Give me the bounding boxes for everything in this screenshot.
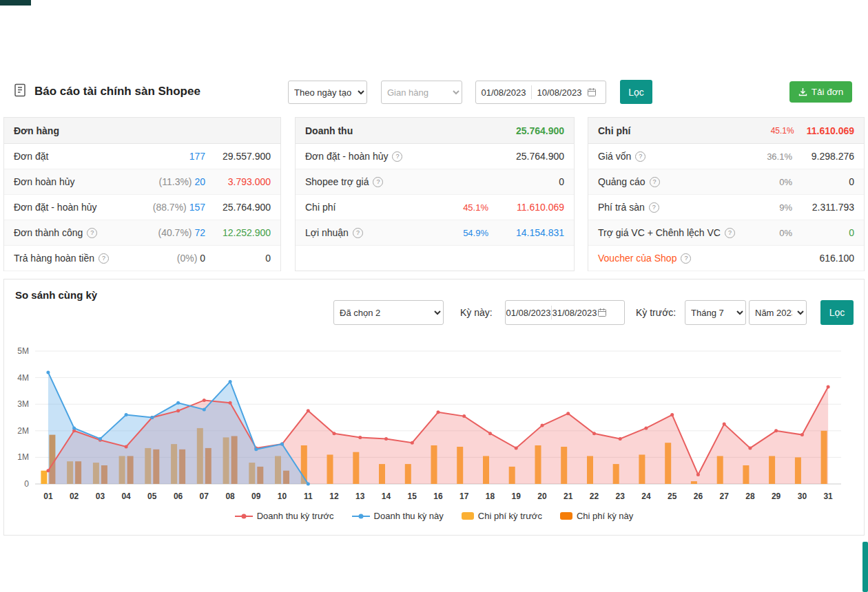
svg-text:21: 21 bbox=[564, 491, 573, 501]
prev-year-select[interactable]: Năm 2023 bbox=[749, 300, 807, 325]
row-value: 25.764.900 bbox=[205, 202, 271, 213]
row-label: Đơn hoàn hủy bbox=[14, 176, 75, 187]
row-count: 177 bbox=[136, 151, 205, 162]
costs-total-percent: 45.1% bbox=[771, 126, 794, 136]
orders-panel: Đơn hàng Đơn đặt17729.557.900Đơn hoàn hủ… bbox=[3, 117, 281, 271]
comparison-date-to-input[interactable] bbox=[552, 308, 597, 318]
svg-text:04: 04 bbox=[121, 491, 131, 501]
calendar-icon[interactable] bbox=[597, 308, 607, 317]
info-icon[interactable]: ? bbox=[353, 228, 363, 238]
info-icon[interactable]: ? bbox=[635, 151, 645, 162]
info-icon[interactable]: ? bbox=[373, 177, 383, 187]
info-icon[interactable]: ? bbox=[99, 253, 109, 264]
orders-rows: Đơn đặt17729.557.900Đơn hoàn hủy(11.3%) … bbox=[4, 144, 280, 271]
svg-text:19: 19 bbox=[512, 491, 521, 501]
revenue-panel: Doanh thu 25.764.900 Đơn đặt - hoàn hủy?… bbox=[295, 117, 575, 271]
revenue-panel-header: Doanh thu 25.764.900 bbox=[296, 118, 574, 144]
info-icon[interactable]: ? bbox=[392, 151, 402, 162]
row-value: 616.100 bbox=[792, 253, 854, 264]
row-count: (11.3%) 20 bbox=[136, 176, 205, 187]
download-button-label: Tải đơn bbox=[812, 87, 843, 97]
svg-text:22: 22 bbox=[590, 491, 599, 501]
info-icon[interactable]: ? bbox=[681, 253, 691, 264]
scrollbar[interactable] bbox=[862, 542, 868, 592]
comparison-date-from-input[interactable] bbox=[506, 308, 551, 318]
svg-text:17: 17 bbox=[459, 491, 469, 501]
row-percent: 45.1% bbox=[440, 202, 488, 213]
info-icon[interactable]: ? bbox=[87, 228, 97, 238]
finance-report-icon bbox=[12, 83, 28, 100]
legend-label: Doanh thu kỳ này bbox=[374, 511, 444, 521]
legend-bar-marker bbox=[462, 512, 474, 520]
info-icon[interactable]: ? bbox=[725, 228, 735, 238]
info-icon[interactable]: ? bbox=[650, 177, 660, 187]
row-value: 9.298.276 bbox=[792, 151, 854, 162]
row-label: Shopee trợ giá bbox=[305, 176, 369, 187]
panel-row: Trợ giá VC + Chênh lệch VC?0%0 bbox=[588, 220, 864, 246]
svg-text:31: 31 bbox=[823, 491, 833, 501]
revenue-total: 25.764.900 bbox=[516, 125, 564, 136]
legend-item[interactable]: Doanh thu kỳ trước bbox=[235, 511, 334, 521]
legend-line-marker bbox=[352, 512, 370, 520]
panel-row: Giá vốn?36.1%9.298.276 bbox=[588, 144, 864, 169]
metric-select[interactable]: Đã chọn 2 bbox=[333, 300, 444, 325]
svg-text:15: 15 bbox=[408, 491, 417, 501]
svg-text:26: 26 bbox=[694, 491, 703, 501]
svg-text:20: 20 bbox=[537, 491, 547, 501]
download-orders-button[interactable]: Tải đơn bbox=[789, 81, 852, 103]
svg-text:28: 28 bbox=[745, 491, 755, 501]
svg-text:23: 23 bbox=[616, 491, 626, 501]
row-label: Lợi nhuận bbox=[305, 227, 349, 238]
store-select[interactable]: Gian hàng bbox=[381, 81, 462, 104]
row-value: 11.610.069 bbox=[488, 202, 564, 213]
svg-text:02: 02 bbox=[70, 491, 79, 501]
panel-row: Đơn hoàn hủy(11.3%) 203.793.000 bbox=[4, 169, 280, 195]
panel-row: Đơn thành công?(40.7%) 7212.252.900 bbox=[4, 220, 280, 246]
date-from-input[interactable] bbox=[476, 87, 531, 98]
date-to-input[interactable] bbox=[532, 87, 587, 98]
top-strip bbox=[0, 0, 31, 6]
this-period-label: Kỳ này: bbox=[460, 307, 493, 318]
svg-text:01: 01 bbox=[43, 491, 53, 501]
filter-button[interactable]: Lọc bbox=[620, 80, 652, 104]
comparison-date-range bbox=[505, 300, 625, 325]
page-title: Báo cáo tài chính sàn Shopee bbox=[34, 85, 200, 98]
row-value: 0 bbox=[488, 176, 564, 187]
svg-text:27: 27 bbox=[720, 491, 730, 501]
costs-rows: Giá vốn?36.1%9.298.276Quảng cáo?0%0Phí t… bbox=[588, 144, 864, 271]
row-percent: 0% bbox=[744, 228, 792, 238]
row-percent: 54.9% bbox=[440, 228, 488, 238]
legend-item[interactable]: Chi phí kỳ này bbox=[560, 511, 633, 521]
svg-text:09: 09 bbox=[251, 491, 261, 501]
panel-row: Lợi nhuận?54.9%14.154.831 bbox=[296, 220, 574, 246]
svg-text:13: 13 bbox=[355, 491, 365, 501]
panel-row: Shopee trợ giá?0 bbox=[296, 169, 574, 195]
row-value: 29.557.900 bbox=[205, 151, 271, 162]
costs-panel-header: Chi phí 45.1% 11.610.069 bbox=[588, 118, 864, 144]
legend-item[interactable]: Doanh thu kỳ này bbox=[352, 511, 444, 521]
svg-text:07: 07 bbox=[200, 491, 209, 501]
row-value: 2.311.793 bbox=[792, 202, 854, 213]
comparison-filter-button[interactable]: Lọc bbox=[820, 300, 854, 325]
row-value: 14.154.831 bbox=[488, 227, 564, 238]
revenue-panel-title: Doanh thu bbox=[305, 125, 353, 136]
row-label: Đơn đặt - hoàn hủy bbox=[14, 202, 96, 213]
calendar-icon[interactable] bbox=[587, 87, 597, 97]
panel-row: Quảng cáo?0%0 bbox=[588, 169, 864, 195]
row-percent: 9% bbox=[744, 202, 792, 213]
row-percent: 36.1% bbox=[744, 151, 792, 162]
svg-text:25: 25 bbox=[668, 491, 677, 501]
row-label: Trợ giá VC + Chênh lệch VC bbox=[598, 227, 721, 238]
prev-month-select[interactable]: Tháng 7 bbox=[685, 300, 746, 325]
svg-text:11: 11 bbox=[304, 491, 313, 501]
svg-text:18: 18 bbox=[486, 491, 495, 501]
legend-item[interactable]: Chi phí kỳ trước bbox=[462, 511, 542, 521]
svg-text:10: 10 bbox=[278, 491, 287, 501]
row-value: 25.764.900 bbox=[488, 151, 564, 162]
info-icon[interactable]: ? bbox=[649, 202, 659, 213]
filter-type-select[interactable]: Theo ngày tạo bbox=[288, 81, 367, 104]
legend-bar-marker bbox=[560, 512, 572, 520]
chart-legend: Doanh thu kỳ trướcDoanh thu kỳ nàyChi ph… bbox=[4, 511, 864, 521]
svg-text:30: 30 bbox=[798, 491, 807, 501]
row-label: Đơn thành công bbox=[14, 227, 83, 238]
